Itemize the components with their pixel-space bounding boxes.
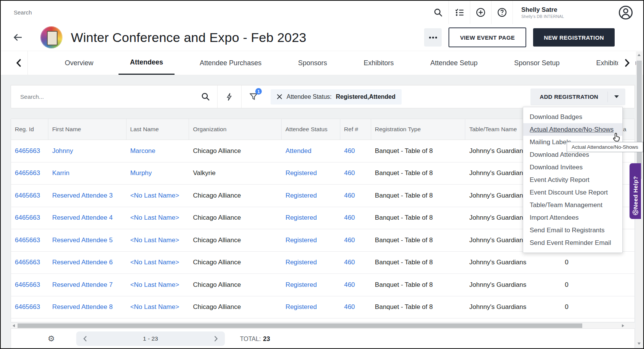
vertical-scrollbar-thumb[interactable] bbox=[637, 61, 642, 179]
cell-first-name[interactable]: Reserved Attendee 6 bbox=[48, 252, 127, 274]
cell-first-name[interactable]: Reserved Attendee 7 bbox=[48, 274, 127, 296]
avatar-icon[interactable] bbox=[618, 5, 633, 20]
remove-filter-icon[interactable] bbox=[277, 94, 282, 100]
cell-ref[interactable]: 460 bbox=[340, 207, 371, 229]
cell-first-name[interactable]: Reserved Attendee 8 bbox=[48, 296, 127, 318]
cell-ref[interactable]: 460 bbox=[340, 274, 371, 296]
column-header-first-name[interactable]: First Name bbox=[48, 119, 127, 140]
gear-icon[interactable]: ⚙ bbox=[48, 335, 55, 343]
tab-exhibitors[interactable]: Exhibitors bbox=[364, 51, 394, 75]
menu-item-send-email-to-registrants[interactable]: Send Email to Registrants bbox=[523, 224, 622, 236]
cell-ref[interactable]: 460 bbox=[340, 296, 371, 318]
global-search-input[interactable] bbox=[1, 1, 428, 24]
column-header-ref[interactable]: Ref # bbox=[340, 119, 371, 140]
cell-reg-id[interactable]: 6465663 bbox=[11, 296, 48, 318]
column-header-registration-type[interactable]: Registration Type bbox=[371, 119, 466, 140]
help-button[interactable] bbox=[491, 1, 513, 24]
cell-ref[interactable]: 460 bbox=[340, 185, 371, 207]
column-header-last-name[interactable]: Last Name bbox=[127, 119, 189, 140]
cell-reg-id[interactable]: 6465663 bbox=[11, 229, 48, 251]
horizontal-scrollbar[interactable] bbox=[11, 323, 635, 328]
column-header-reg-id[interactable]: Reg. Id bbox=[11, 119, 48, 140]
cell-reg-id[interactable]: 6465663 bbox=[11, 252, 48, 274]
cell-attendee-status[interactable]: Registered bbox=[282, 162, 340, 185]
cell-last-name[interactable]: <No Last Name> bbox=[127, 252, 189, 274]
add-new-button[interactable] bbox=[470, 1, 491, 24]
tab-overview[interactable]: Overview bbox=[65, 51, 93, 75]
add-registration-menu-button[interactable] bbox=[608, 88, 625, 105]
filter-count-badge: 1 bbox=[255, 88, 262, 95]
menu-item-event-activity-report[interactable]: Event Activity Report bbox=[523, 174, 622, 186]
cell-ref[interactable]: 460 bbox=[340, 140, 371, 162]
cell-attendee-status[interactable]: Attended bbox=[282, 140, 340, 162]
menu-item-import-attendees[interactable]: Import Attendees bbox=[523, 211, 622, 224]
scroll-up-arrow-icon[interactable] bbox=[638, 54, 641, 56]
menu-item-send-event-reminder-email[interactable]: Send Event Reminder Email bbox=[523, 236, 622, 249]
tabs-scroll-right-button[interactable] bbox=[618, 51, 636, 75]
cell-last-name[interactable]: <No Last Name> bbox=[127, 274, 189, 296]
total-label: TOTAL: bbox=[240, 336, 261, 342]
cell-last-name[interactable]: Marcone bbox=[127, 140, 189, 162]
filter-chip-attendee-status: Attendee Status: Registered,Attended bbox=[271, 89, 402, 105]
cell-attendee-status[interactable]: Registered bbox=[282, 185, 340, 207]
tab-attendees[interactable]: Attendees bbox=[119, 51, 175, 75]
tab-sponsors[interactable]: Sponsors bbox=[298, 51, 327, 75]
cell-ref[interactable]: 460 bbox=[340, 162, 371, 185]
cell-ref[interactable]: 460 bbox=[340, 229, 371, 251]
new-registration-button[interactable]: NEW REGISTRATION bbox=[533, 28, 615, 47]
cell-reg-id[interactable]: 6465663 bbox=[11, 162, 48, 185]
tasks-button[interactable] bbox=[449, 1, 470, 24]
quick-actions-button[interactable] bbox=[218, 85, 241, 108]
view-event-page-button[interactable]: VIEW EVENT PAGE bbox=[449, 27, 526, 47]
column-header-organization[interactable]: Organization bbox=[189, 119, 282, 140]
cell-reg-id[interactable]: 6465663 bbox=[11, 140, 48, 162]
cell-reg-id[interactable]: 6465663 bbox=[11, 207, 48, 229]
scroll-left-arrow-icon[interactable] bbox=[13, 324, 15, 327]
cell-reg-id[interactable]: 6465663 bbox=[11, 185, 48, 207]
cell-attendee-status[interactable]: Registered bbox=[282, 252, 340, 274]
attendee-search-input[interactable] bbox=[11, 85, 194, 108]
add-registration-button[interactable]: ADD REGISTRATION bbox=[530, 88, 607, 105]
cell-first-name[interactable]: Reserved Attendee 4 bbox=[48, 207, 127, 229]
cell-attendee-status[interactable]: Registered bbox=[282, 207, 340, 229]
cell-last-name[interactable]: <No Last Name> bbox=[127, 296, 189, 318]
cell-extra: 0 bbox=[554, 274, 634, 296]
cell-last-name[interactable]: <No Last Name> bbox=[127, 229, 189, 251]
cell-attendee-status[interactable]: Registered bbox=[282, 274, 340, 296]
previous-page-button[interactable] bbox=[83, 336, 87, 342]
cell-ref[interactable]: 460 bbox=[340, 252, 371, 274]
cell-first-name[interactable]: Johnny bbox=[48, 140, 127, 162]
filter-button[interactable]: 1 bbox=[242, 85, 265, 108]
cell-first-name[interactable]: Karrin bbox=[48, 162, 127, 185]
cell-last-name[interactable]: <No Last Name> bbox=[127, 207, 189, 229]
cell-attendee-status[interactable]: Registered bbox=[282, 296, 340, 318]
back-button[interactable] bbox=[12, 32, 24, 43]
horizontal-scrollbar-thumb[interactable] bbox=[18, 323, 582, 328]
cell-reg-id[interactable]: 6465663 bbox=[11, 274, 48, 296]
menu-item-table-team-management[interactable]: Table/Team Management bbox=[523, 199, 622, 211]
tab-attendee-purchases[interactable]: Attendee Purchases bbox=[200, 51, 261, 75]
need-help-tab[interactable]: Need Help? bbox=[630, 163, 641, 219]
cell-last-name[interactable]: Murphy bbox=[127, 162, 189, 185]
column-header-attendee-status[interactable]: Attendee Status bbox=[282, 119, 340, 140]
run-search-button[interactable] bbox=[194, 85, 217, 108]
scroll-down-arrow-icon[interactable] bbox=[638, 343, 641, 345]
menu-item-actual-attendance-no-shows[interactable]: Actual Attendance/No-Shows bbox=[523, 123, 622, 136]
tab-sponsor-setup[interactable]: Sponsor Setup bbox=[514, 51, 559, 75]
tab-bar: OverviewAttendeesAttendee PurchasesSpons… bbox=[1, 51, 643, 75]
menu-item-download-badges[interactable]: Download Badges bbox=[523, 111, 622, 123]
search-button[interactable] bbox=[428, 1, 449, 24]
tab-attendee-setup[interactable]: Attendee Setup bbox=[430, 51, 477, 75]
tabs-scroll-left-button[interactable] bbox=[10, 51, 28, 75]
scroll-right-arrow-icon[interactable] bbox=[622, 324, 624, 327]
total-value: 23 bbox=[263, 335, 270, 342]
next-page-button[interactable] bbox=[214, 336, 218, 342]
cell-last-name[interactable]: <No Last Name> bbox=[127, 185, 189, 207]
cell-first-name[interactable]: Reserved Attendee 3 bbox=[48, 185, 127, 207]
more-options-button[interactable] bbox=[424, 28, 442, 47]
user-menu[interactable]: Shelly Satre Shelly's DB INTERNAL bbox=[513, 1, 586, 24]
cell-first-name[interactable]: Reserved Attendee 5 bbox=[48, 229, 127, 251]
menu-item-download-invitees[interactable]: Download Invitees bbox=[523, 161, 622, 174]
cell-attendee-status[interactable]: Registered bbox=[282, 229, 340, 251]
menu-item-event-discount-use-report[interactable]: Event Discount Use Report bbox=[523, 186, 622, 199]
